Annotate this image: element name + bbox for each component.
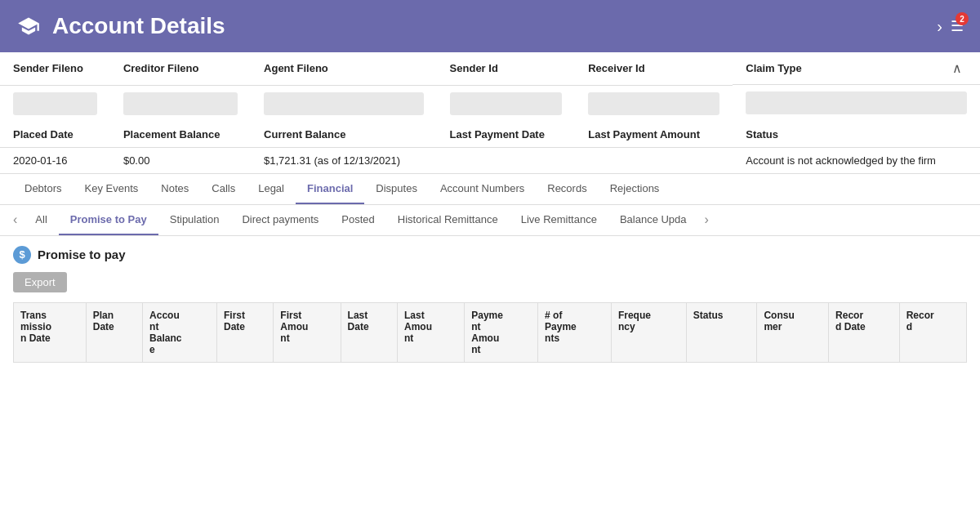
tab-notes[interactable]: Notes	[149, 174, 200, 204]
section-header: $ Promise to pay	[13, 246, 967, 264]
tab-financial[interactable]: Financial	[296, 174, 364, 204]
placed-date-value: 2020-01-16	[0, 147, 110, 173]
col-record-date: Record Date	[829, 302, 900, 362]
notification-container: ☰ 2	[951, 17, 964, 35]
tab-key-events[interactable]: Key Events	[74, 174, 150, 204]
placement-balance-header: Placement Balance	[110, 122, 251, 148]
sub-tabs: ‹ All Promise to Pay Stipulation Direct …	[0, 205, 980, 236]
last-payment-date-header: Last Payment Date	[437, 122, 576, 148]
subtab-next-button[interactable]: ›	[698, 207, 715, 232]
subtab-all[interactable]: All	[24, 205, 58, 235]
collapse-button[interactable]: ∧	[947, 59, 967, 78]
subtab-direct-payments[interactable]: Direct payments	[230, 205, 330, 235]
last-payment-amount-header: Last Payment Amount	[575, 122, 733, 148]
last-payment-amount-value	[575, 147, 733, 173]
tab-disputes[interactable]: Disputes	[364, 174, 429, 204]
tab-legal[interactable]: Legal	[247, 174, 296, 204]
sender-fileno-value	[13, 92, 97, 115]
receiver-id-header: Receiver Id	[575, 52, 733, 85]
col-payment-amount: PaymentAmount	[465, 302, 538, 362]
col-first-amount: FirstAmount	[274, 302, 341, 362]
subtab-posted[interactable]: Posted	[330, 205, 385, 235]
graduation-cap-icon	[16, 14, 41, 38]
main-tabs: Debtors Key Events Notes Calls Legal Fin…	[0, 174, 980, 205]
header-right: › ☰ 2	[937, 17, 964, 36]
subtab-promise-to-pay[interactable]: Promise to Pay	[59, 205, 158, 235]
claim-type-value	[746, 91, 967, 114]
subtab-balance-upda[interactable]: Balance Upda	[608, 205, 698, 235]
receiver-id-value	[588, 92, 719, 115]
col-status: Status	[686, 302, 757, 362]
tab-rejections[interactable]: Rejections	[599, 174, 671, 204]
last-payment-date-value	[437, 147, 576, 173]
status-header: Status	[733, 122, 980, 148]
col-record: Record	[899, 302, 966, 362]
account-row2-values: 2020-01-16 $0.00 $1,721.31 (as of 12/13/…	[0, 147, 980, 173]
agent-fileno-value	[264, 92, 424, 115]
agent-fileno-header: Agent Fileno	[251, 52, 437, 85]
col-last-date: LastDate	[341, 302, 397, 362]
col-first-date: FirstDate	[216, 302, 273, 362]
content-area: $ Promise to pay Export Transmission Dat…	[0, 236, 980, 373]
page-header: Account Details › ☰ 2	[0, 0, 980, 52]
page-title: Account Details	[52, 13, 225, 39]
tab-calls[interactable]: Calls	[200, 174, 247, 204]
current-balance-value: $1,721.31 (as of 12/13/2021)	[251, 147, 437, 173]
subtab-historical-remittance[interactable]: Historical Remittance	[386, 205, 510, 235]
chevron-right-button[interactable]: ›	[937, 17, 942, 36]
creditor-fileno-value	[123, 92, 238, 115]
sender-fileno-header: Sender Fileno	[0, 52, 110, 85]
sender-id-value	[450, 92, 563, 115]
placed-date-header: Placed Date	[0, 122, 110, 148]
tab-records[interactable]: Records	[536, 174, 598, 204]
subtab-prev-button[interactable]: ‹	[7, 207, 24, 232]
status-value: Account is not acknowledged by the firm	[733, 147, 980, 173]
tab-account-numbers[interactable]: Account Numbers	[429, 174, 536, 204]
col-consumer: Consumer	[757, 302, 829, 362]
col-num-payments: # ofPayments	[538, 302, 612, 362]
subtab-stipulation[interactable]: Stipulation	[158, 205, 231, 235]
current-balance-header: Current Balance	[251, 122, 437, 148]
sender-id-header: Sender Id	[437, 52, 576, 85]
export-button[interactable]: Export	[13, 272, 67, 292]
account-details-table: Sender Fileno Creditor Fileno Agent File…	[0, 52, 980, 174]
tab-debtors[interactable]: Debtors	[13, 174, 74, 204]
subtab-live-remittance[interactable]: Live Remittance	[510, 205, 608, 235]
account-row1-values	[0, 85, 980, 122]
col-transmission-date: Transmission Date	[14, 302, 87, 362]
header-left: Account Details	[16, 13, 225, 39]
account-row2-headers: Placed Date Placement Balance Current Ba…	[0, 122, 980, 148]
table-header-row: Transmission Date PlanDate AccountBalanc…	[14, 302, 967, 362]
claim-type-header: Claim Type ∧	[733, 52, 980, 85]
promise-to-pay-table: Transmission Date PlanDate AccountBalanc…	[13, 302, 967, 363]
col-plan-date: PlanDate	[86, 302, 142, 362]
notification-badge: 2	[956, 12, 969, 25]
creditor-fileno-header: Creditor Fileno	[110, 52, 251, 85]
col-last-amount: LastAmount	[397, 302, 464, 362]
col-frequency: Frequency	[611, 302, 686, 362]
section-title-text: Promise to pay	[38, 248, 126, 261]
col-account-balance: AccountBalance	[143, 302, 217, 362]
placement-balance-value: $0.00	[110, 147, 251, 173]
dollar-icon: $	[13, 246, 31, 264]
